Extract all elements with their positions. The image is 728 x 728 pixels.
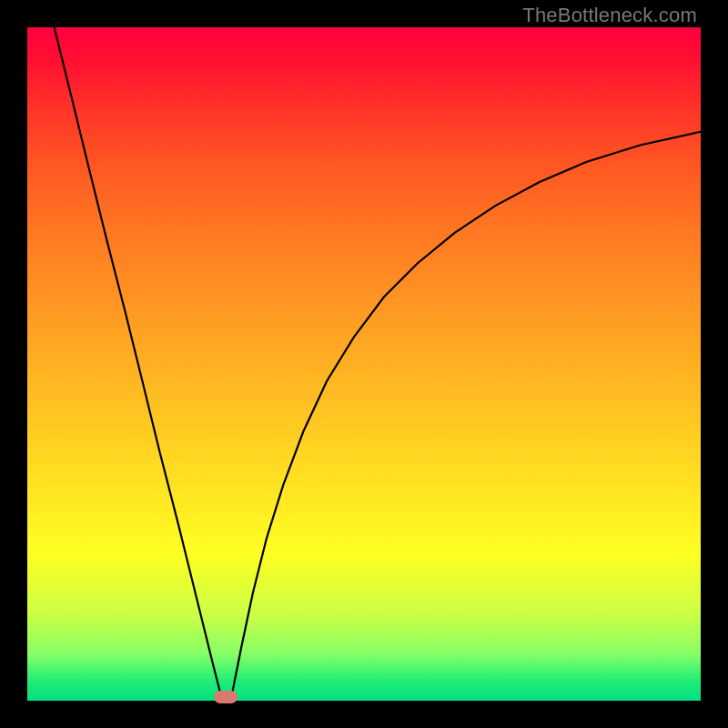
right-branch-path: [232, 132, 701, 694]
watermark-label: TheBottleneck.com: [522, 4, 697, 27]
left-branch-path: [55, 27, 221, 694]
curve-svg: [27, 27, 701, 701]
chart-frame: TheBottleneck.com: [0, 0, 728, 728]
plot-area: [27, 27, 701, 701]
minimum-marker: [214, 691, 238, 703]
